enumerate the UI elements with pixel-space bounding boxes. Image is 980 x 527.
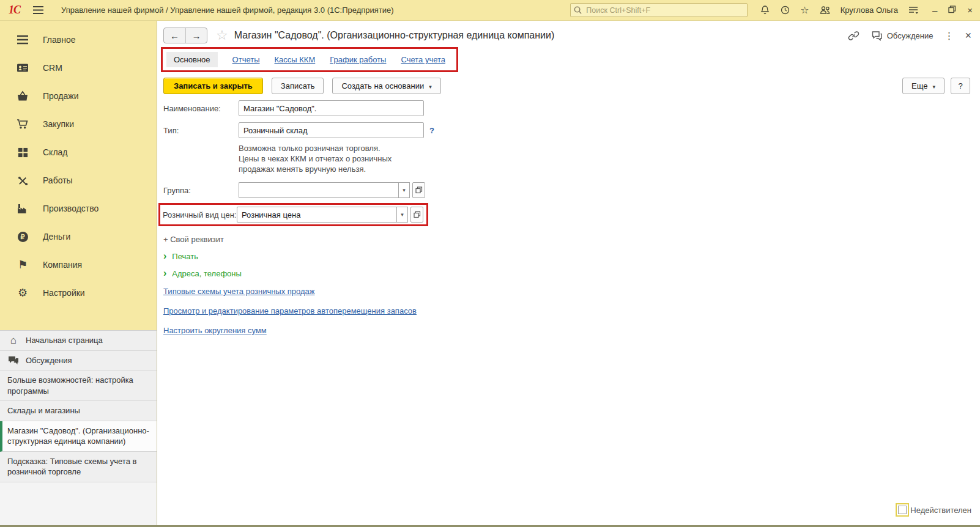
name-field-row: Наименование: — [163, 100, 980, 116]
main-menu-icon[interactable] — [32, 6, 44, 15]
discussion-button[interactable]: Обсуждение — [870, 31, 934, 41]
sidebar-item-label: Закупки — [43, 119, 74, 129]
close-form-icon[interactable]: × — [965, 29, 971, 42]
panel-item-more-features[interactable]: Больше возможностей: настройка программы — [0, 370, 157, 401]
addresses-collapsible-label: Адреса, телефоны — [172, 269, 242, 278]
chevron-right-icon: › — [163, 251, 166, 261]
panel-item-label: Магазин "Садовод". (Организационно-струк… — [7, 426, 150, 447]
contact-card-icon — [16, 63, 29, 73]
name-input[interactable] — [239, 100, 424, 116]
autotransfer-params-link[interactable]: Просмотр и редактирование параметров авт… — [163, 306, 417, 315]
cart-icon — [16, 119, 29, 130]
window-title-bar: 1С Управление нашей фирмой / Управление … — [0, 0, 980, 21]
back-button[interactable]: ← — [164, 28, 185, 43]
add-custom-attribute-link[interactable]: + Свой реквизит — [163, 235, 980, 244]
panel-item-warehouses-shops[interactable]: Склады и магазины — [0, 401, 157, 421]
more-actions-button[interactable]: Еще▾ — [902, 78, 945, 94]
create-based-on-button[interactable]: Создать на основании▾ — [332, 78, 440, 94]
panel-item-start-page[interactable]: ⌂ Начальная страница — [0, 331, 157, 351]
current-user-name[interactable]: Круглова Ольга — [841, 6, 898, 15]
favorites-star-icon[interactable]: ☆ — [800, 4, 809, 16]
rounding-settings-link[interactable]: Настроить округления сумм — [163, 326, 267, 335]
help-button[interactable]: ? — [951, 78, 970, 94]
highlight-box-retail-price: Розничный вид цен: ▾ — [158, 203, 428, 226]
chevron-down-icon: ▾ — [932, 84, 935, 90]
sidebar-item-label: CRM — [43, 63, 62, 73]
tab-work-schedule[interactable]: График работы — [330, 55, 386, 64]
panel-item-label: Начальная страница — [26, 335, 103, 346]
type-field-row: Тип: ? — [163, 122, 980, 138]
users-icon[interactable] — [819, 6, 831, 15]
chevron-right-icon: › — [163, 268, 166, 278]
panel-item-shop-sadovod[interactable]: Магазин "Садовод". (Организационно-струк… — [0, 421, 157, 452]
print-collapsible-label: Печать — [172, 252, 198, 261]
invalid-checkbox[interactable] — [898, 506, 907, 514]
search-icon — [573, 6, 582, 15]
sidebar-item-warehouse[interactable]: Склад — [0, 138, 157, 166]
type-input[interactable] — [239, 122, 424, 138]
group-input[interactable] — [239, 182, 398, 198]
tab-main[interactable]: Основное — [166, 52, 218, 67]
retail-price-open-button[interactable] — [410, 207, 423, 223]
sidebar-item-works[interactable]: Работы — [0, 166, 157, 194]
history-icon[interactable] — [780, 5, 790, 15]
panel-item-label: Обсуждения — [26, 355, 72, 366]
sidebar-item-crm[interactable]: CRM — [0, 54, 157, 82]
save-button[interactable]: Записать — [272, 78, 324, 94]
add-to-favorites-star-icon[interactable]: ☆ — [216, 28, 228, 43]
sidebar-item-money[interactable]: ₽ Деньги — [0, 223, 157, 251]
invalid-checkbox-row: Недействителен — [896, 503, 971, 517]
menu-lines-icon — [16, 35, 29, 45]
sidebar-item-purchases[interactable]: Закупки — [0, 110, 157, 138]
checkbox-highlight-ring — [896, 503, 909, 517]
sidebar-item-sales[interactable]: Продажи — [0, 82, 157, 110]
form-window: ← → ☆ Магазин "Садовод". (Организационно… — [157, 21, 980, 525]
gear-icon: ⚙ — [16, 287, 29, 298]
group-field-label: Группа: — [163, 186, 239, 195]
tab-kkm-cash[interactable]: Кассы ККМ — [275, 55, 316, 64]
ruble-coin-icon: ₽ — [16, 232, 29, 242]
addresses-collapsible[interactable]: › Адреса, телефоны — [163, 268, 980, 278]
panel-item-discussions[interactable]: Обсуждения — [0, 351, 157, 371]
restore-window-button[interactable] — [948, 6, 956, 15]
service-menu-icon[interactable] — [908, 6, 919, 15]
type-field-label: Тип: — [163, 126, 239, 135]
application-title: Управление нашей фирмой / Управление наш… — [61, 6, 394, 15]
type-hint-text: Возможна только розничная торговля. Цены… — [239, 143, 980, 174]
forward-button[interactable]: → — [185, 28, 207, 43]
minimize-button[interactable]: – — [932, 6, 937, 15]
type-help-icon[interactable]: ? — [429, 126, 434, 135]
grid-boxes-icon — [16, 147, 29, 158]
more-menu-icon[interactable]: ⋮ — [944, 30, 954, 42]
factory-icon — [16, 204, 29, 214]
sidebar-item-main[interactable]: Главное — [0, 26, 157, 54]
tab-accounts[interactable]: Счета учета — [401, 55, 445, 64]
open-in-list-icon — [415, 186, 423, 194]
tab-reports[interactable]: Отчеты — [232, 55, 260, 64]
retail-price-dropdown-icon[interactable]: ▾ — [396, 207, 408, 223]
retail-price-input[interactable] — [237, 207, 396, 223]
retail-schemes-link[interactable]: Типовые схемы учета розничных продаж — [163, 287, 315, 296]
retail-price-label: Розничный вид цен: — [163, 210, 237, 219]
panel-item-hint-retail[interactable]: Подсказка: Типовые схемы учета в розничн… — [0, 452, 157, 482]
open-windows-panel: ⌂ Начальная страница Обсуждения Больше в… — [0, 330, 157, 525]
sidebar-item-settings[interactable]: ⚙ Настройки — [0, 279, 157, 307]
sidebar-item-label: Деньги — [43, 232, 70, 241]
sidebar-item-label: Главное — [43, 35, 76, 45]
home-icon: ⌂ — [7, 335, 20, 345]
save-and-close-button[interactable]: Записать и закрыть — [163, 78, 263, 94]
print-collapsible[interactable]: › Печать — [163, 251, 980, 261]
sidebar-item-production[interactable]: Производство — [0, 194, 157, 223]
search-input[interactable] — [570, 3, 748, 17]
panel-item-label: Подсказка: Типовые схемы учета в розничн… — [7, 456, 150, 477]
group-open-button[interactable] — [412, 182, 425, 198]
sidebar-item-company[interactable]: ⚑ Компания — [0, 251, 157, 279]
group-dropdown-icon[interactable]: ▾ — [398, 182, 410, 198]
get-link-icon[interactable] — [848, 30, 859, 42]
sidebar-item-label: Работы — [43, 175, 73, 185]
invalid-checkbox-label: Недействителен — [910, 506, 971, 515]
notifications-bell-icon[interactable] — [760, 5, 770, 15]
left-column: Главное CRM Продажи Закупки — [0, 21, 157, 525]
section-sidebar: Главное CRM Продажи Закупки — [0, 21, 157, 330]
close-window-button[interactable]: × — [967, 6, 973, 15]
